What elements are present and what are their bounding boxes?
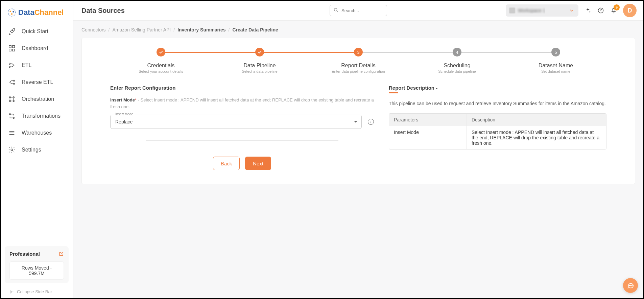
sidebar-item-settings[interactable]: Settings: [5, 143, 69, 157]
wizard-card: Credentials Select your account details …: [81, 38, 635, 184]
workspace-label: Workspace 1: [518, 8, 545, 13]
sidebar-item-reverse-etl[interactable]: Reverse ETL: [5, 75, 69, 89]
sparkle-icon[interactable]: [585, 7, 591, 14]
insert-mode-dropdown[interactable]: Insert Mode Replace: [110, 115, 362, 129]
insert-mode-hint: - Select Insert mode : APPEND will inser…: [110, 97, 374, 109]
svg-point-18: [13, 117, 15, 119]
caret-down-icon: [354, 121, 357, 123]
reverse-etl-icon: [8, 78, 16, 86]
search-icon: [333, 7, 339, 14]
sidebar-item-label: Orchestration: [22, 96, 54, 102]
back-button[interactable]: Back: [213, 157, 240, 170]
svg-point-0: [8, 9, 16, 16]
svg-point-3: [11, 13, 13, 15]
svg-point-4: [13, 30, 13, 31]
transformations-icon: [8, 112, 16, 120]
step-title: Credentials: [147, 63, 175, 69]
sidebar-item-warehouses[interactable]: Warehouses: [5, 126, 69, 140]
table-row: Insert Mode Select Insert mode : APPEND …: [389, 126, 606, 149]
plan-title: Professional: [9, 251, 40, 257]
svg-point-12: [14, 83, 15, 85]
sidebar-item-label: Transformations: [22, 113, 61, 119]
sidebar-item-etl[interactable]: ETL: [5, 58, 69, 72]
step-sub: Select your account details: [139, 69, 183, 73]
table-header-cell: Description: [467, 114, 606, 126]
help-icon[interactable]: [597, 7, 604, 14]
sidebar-item-label: Dashboard: [22, 45, 48, 51]
step-credentials[interactable]: Credentials Select your account details: [112, 48, 210, 73]
sidebar-item-label: Settings: [22, 147, 41, 153]
breadcrumb-report[interactable]: Inventory Summaries: [177, 27, 225, 32]
sidebar-item-label: ETL: [22, 62, 31, 68]
breadcrumb-current: Create Data Pipeline: [232, 27, 278, 32]
etl-icon: [8, 62, 16, 69]
sidebar-nav: Quick Start Dashboard ETL Reverse ETL Or…: [5, 24, 69, 157]
breadcrumb: Connectors / Amazon Selling Partner API …: [73, 21, 643, 38]
step-title: Scheduling: [444, 63, 470, 69]
collapse-icon: [9, 290, 14, 294]
report-description-title: Report Description -: [389, 85, 606, 91]
report-description-text: This pipeline can be used to request and…: [389, 100, 606, 107]
main: Data Sources Workspace 1: [73, 1, 643, 298]
warehouses-icon: [8, 129, 16, 137]
chat-fab[interactable]: [623, 278, 638, 293]
stepper: Credentials Select your account details …: [91, 48, 625, 73]
next-button[interactable]: Next: [245, 157, 271, 170]
sidebar-item-label: Reverse ETL: [22, 79, 53, 85]
step-number: 4: [453, 48, 461, 56]
table-header: Parameters Description: [389, 114, 606, 126]
notification-bell[interactable]: 9: [610, 7, 617, 14]
accent-underline: [389, 92, 398, 93]
dropdown-float-label: Insert Mode: [114, 112, 135, 116]
sidebar-item-label: Warehouses: [22, 130, 52, 136]
breadcrumb-connectors[interactable]: Connectors: [81, 27, 106, 32]
step-scheduling[interactable]: 4 Scheduling Schedule data pipeline: [408, 48, 506, 73]
plan-card: Professional Rows Moved - 599.7M: [5, 246, 69, 283]
svg-point-20: [334, 8, 337, 11]
topbar: Data Sources Workspace 1: [73, 1, 643, 21]
gear-icon: [8, 146, 16, 154]
dropdown-value: Replace: [115, 119, 133, 124]
svg-point-11: [14, 80, 15, 82]
svg-point-16: [13, 100, 15, 102]
avatar[interactable]: D: [623, 4, 637, 17]
parameters-table: Parameters Description Insert Mode Selec…: [389, 113, 606, 150]
notification-count-badge: 9: [614, 4, 620, 10]
svg-rect-5: [9, 46, 11, 48]
sidebar-item-dashboard[interactable]: Dashboard: [5, 41, 69, 55]
svg-point-1: [10, 11, 11, 12]
table-cell: Select Insert mode : APPEND will insert …: [467, 126, 606, 149]
step-report-details[interactable]: 3 Report Details Enter data pipeline con…: [309, 48, 408, 73]
sidebar: DataChannel Quick Start Dashboard ETL: [1, 1, 73, 298]
insert-mode-label: Insert Mode*: [110, 97, 138, 102]
sidebar-item-quick-start[interactable]: Quick Start: [5, 24, 69, 39]
svg-point-24: [632, 285, 633, 286]
sidebar-item-orchestration[interactable]: Orchestration: [5, 92, 69, 106]
sidebar-item-label: Quick Start: [22, 28, 48, 34]
page-title: Data Sources: [81, 7, 125, 15]
sidebar-item-transformations[interactable]: Transformations: [5, 109, 69, 123]
step-title: Data Pipeline: [243, 63, 276, 69]
svg-point-10: [9, 66, 10, 68]
workspace-dropdown[interactable]: Workspace 1: [506, 4, 578, 17]
rows-moved-pill: Rows Moved - 599.7M: [9, 261, 64, 280]
logo[interactable]: DataChannel: [5, 5, 69, 24]
section-heading: Enter Report Configuration: [110, 85, 374, 91]
collapse-sidebar-button[interactable]: Collapse Side Bar: [5, 286, 69, 296]
info-icon[interactable]: i: [368, 119, 374, 125]
dashboard-icon: [8, 45, 16, 52]
svg-point-2: [13, 11, 14, 13]
svg-point-19: [11, 149, 13, 151]
rocket-icon: [8, 28, 16, 35]
step-sub: Select a data pipeline: [242, 69, 277, 73]
step-dataset-name[interactable]: 5 Dataset Name Set dataset name: [506, 48, 605, 73]
table-cell: Insert Mode: [389, 126, 467, 149]
orchestration-icon: [8, 95, 16, 103]
breadcrumb-source[interactable]: Amazon Selling Partner API: [112, 27, 171, 32]
table-header-cell: Parameters: [389, 114, 467, 126]
external-link-icon[interactable]: [58, 251, 64, 257]
search-input[interactable]: [341, 8, 383, 14]
step-data-pipeline[interactable]: Data Pipeline Select a data pipeline: [210, 48, 309, 73]
search-box[interactable]: [330, 5, 387, 16]
svg-point-13: [9, 97, 11, 98]
